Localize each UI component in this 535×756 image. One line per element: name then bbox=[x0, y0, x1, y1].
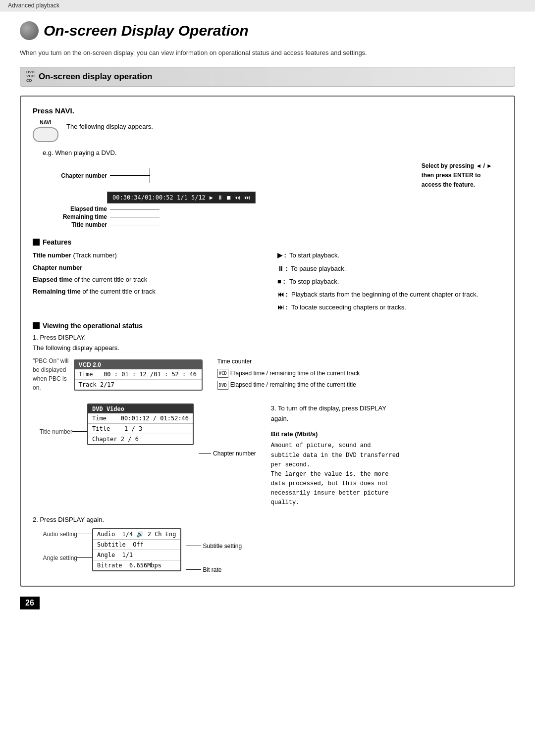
time-counter-label: Time counter bbox=[217, 356, 360, 367]
osd-play-btn: ▶ bbox=[210, 194, 213, 201]
elapsed-time-label: Elapsed time bbox=[57, 205, 107, 212]
viewing-header: Viewing the operational status bbox=[33, 322, 502, 330]
step1-label: 1. Press DISPLAY. bbox=[33, 334, 502, 341]
feature-right-pause: ⏸ :To pause playback. bbox=[277, 263, 502, 274]
navi-label: NAVI bbox=[40, 120, 51, 125]
title-icon bbox=[20, 21, 39, 40]
top-bar-label: Advanced playback bbox=[8, 2, 59, 9]
dvd-title-row: Title 1 / 3 bbox=[88, 424, 193, 434]
remaining-label-row: Remaining time bbox=[57, 213, 492, 220]
vcd-box-wrap: VCD 2.0 Time 00 : 01 : 12 /01 : 52 : 46 … bbox=[74, 356, 203, 394]
viewing-title: Viewing the operational status bbox=[43, 322, 143, 330]
chapter-line bbox=[110, 175, 150, 176]
features-right: ▶ :To start playback. ⏸ :To pause playba… bbox=[277, 250, 502, 314]
section-header: DVD VCD CD On-screen display operation bbox=[20, 67, 515, 87]
feature-right-play: ▶ :To start playback. bbox=[277, 250, 502, 261]
pbc-note: "PBC On" willbe displayedwhen PBC ison. bbox=[33, 356, 69, 392]
osd-next-btn: ⏭ bbox=[244, 194, 250, 201]
settings-area: Audio setting Angle setting bbox=[33, 528, 502, 576]
press-navi-title: Press NAVI. bbox=[33, 106, 502, 115]
viewing-section: Viewing the operational status 1. Press … bbox=[33, 322, 502, 576]
features-header: Features bbox=[33, 238, 502, 246]
chapter-vert-line bbox=[150, 168, 150, 183]
vcd-display-area: "PBC On" willbe displayedwhen PBC ison. … bbox=[33, 356, 502, 394]
features-section: Features Title number (Track number) Cha… bbox=[33, 238, 502, 314]
angle-row: Angle 1/1 bbox=[93, 550, 180, 560]
bitrate-title: Bit rate (Mbit/s) bbox=[271, 429, 400, 440]
bitrate-desc: Amount of picture, sound and subtitle da… bbox=[271, 441, 400, 507]
settings-right-labels: Subtitle setting Bit rate bbox=[186, 528, 242, 576]
dvd-time-row: Time 00:01:12 / 01:52:46 bbox=[88, 413, 193, 424]
top-bar: Advanced playback bbox=[0, 0, 535, 11]
audio-row: Audio 1/4 🔊 2 Ch Eng bbox=[93, 529, 180, 540]
navi-row: NAVI The following display appears. bbox=[33, 120, 502, 142]
dvd-box-area: DVD Video Time 00:01:12 / 01:52:46 Title… bbox=[87, 403, 194, 445]
feature-right-next: ⏭ :To locate succeeding chapters or trac… bbox=[277, 302, 502, 313]
vcd-left-area: "PBC On" willbe displayedwhen PBC ison. … bbox=[33, 356, 203, 394]
dvd-header: DVD Video bbox=[88, 404, 193, 413]
feature-left-3: Elapsed time of the current title or tra… bbox=[33, 274, 258, 285]
viewing-icon bbox=[33, 322, 40, 329]
title-number-label-row: Title number bbox=[57, 221, 492, 228]
dvd-left-labels: Title number bbox=[33, 403, 87, 448]
dvd-chapter-row: Chapter 2 / 6 bbox=[88, 434, 193, 444]
chapter-number-label: Chapter number bbox=[43, 172, 107, 179]
vcd-header: VCD 2.0 bbox=[75, 360, 202, 369]
elapsed-remaining-labels: Elapsed time Remaining time Title number bbox=[57, 205, 492, 228]
bitrate-right-label: Bit rate bbox=[203, 566, 222, 573]
navi-button[interactable] bbox=[33, 127, 58, 142]
osd-stop-btn: ■ bbox=[227, 194, 230, 201]
step2-label: 2. Press DISPLAY again. bbox=[33, 516, 502, 523]
osd-prev-btn: ⏮ bbox=[234, 194, 240, 201]
page-title-wrap: On-screen Display Operation bbox=[20, 21, 515, 40]
main-box: Press NAVI. NAVI The following display a… bbox=[20, 96, 515, 587]
subtitle-setting-right-label: Subtitle setting bbox=[203, 543, 242, 550]
osd-pause-btn: ⏸ bbox=[217, 194, 223, 201]
chapter-number-label-area: Chapter number Select by pressing ◄ / ► … bbox=[43, 161, 492, 190]
audio-setting-label: Audio setting bbox=[33, 531, 77, 538]
osd-timecode: 00:30:34/01:00:52 1/1 5/12 bbox=[112, 194, 206, 201]
features-title: Features bbox=[43, 238, 71, 246]
main-content: On-screen Display Operation When you tur… bbox=[0, 11, 535, 624]
time-counter-area: Time counter VCD Elapsed time / remainin… bbox=[217, 356, 360, 391]
disc-icons: DVD VCD CD bbox=[26, 70, 35, 83]
chapter-number-side-label: Chapter number bbox=[213, 450, 256, 457]
step3-area: 3. To turn off the display, press DISPLA… bbox=[271, 403, 400, 508]
page-number: 26 bbox=[20, 597, 40, 609]
vcd-elapsed-row: VCD Elapsed time / remaining time of the… bbox=[217, 368, 360, 379]
page-number-bar: 26 bbox=[20, 597, 515, 609]
subtitle-row: Subtitle Off bbox=[93, 540, 180, 550]
osd-bar-row: 00:30:34/01:00:52 1/1 5/12 ▶ ⏸ ■ ⏮ ⏭ bbox=[107, 192, 492, 204]
display-again-section: 2. Press DISPLAY again. Audio setting An… bbox=[33, 516, 502, 576]
features-left: Title number (Track number) Chapter numb… bbox=[33, 250, 258, 314]
page-title: On-screen Display Operation bbox=[44, 22, 248, 39]
select-press-note: Select by pressing ◄ / ► then press ENTE… bbox=[422, 161, 492, 190]
feature-right-prev: ⏮ :Playback starts from the beginning of… bbox=[277, 289, 502, 300]
features-icon bbox=[33, 239, 40, 246]
features-grid: Title number (Track number) Chapter numb… bbox=[33, 250, 502, 314]
step1-sub-label: The following display appears. bbox=[33, 344, 502, 352]
dvd-display-box: DVD Video Time 00:01:12 / 01:52:46 Title… bbox=[87, 403, 194, 445]
title-number-side-label: Title number bbox=[33, 428, 72, 435]
settings-labels-col: Audio setting Angle setting bbox=[33, 528, 92, 576]
settings-box: Audio 1/4 🔊 2 Ch Eng Subtitle Off Angle … bbox=[92, 528, 181, 571]
diagram-area: Chapter number Select by pressing ◄ / ► … bbox=[43, 161, 492, 229]
dvd-right-labels: Chapter number bbox=[199, 403, 256, 459]
step3-label: 3. To turn off the display, press DISPLA… bbox=[271, 403, 400, 424]
dvd-display-wrap: Title number DVD Video Time 00:01:12 / 0… bbox=[33, 403, 502, 508]
section-header-title: On-screen display operation bbox=[39, 72, 153, 82]
feature-left-1: Title number (Track number) bbox=[33, 250, 258, 261]
osd-bar: 00:30:34/01:00:52 1/1 5/12 ▶ ⏸ ■ ⏮ ⏭ bbox=[107, 192, 256, 203]
elapsed-label-row: Elapsed time bbox=[57, 205, 492, 212]
vcd-track-row: Track 2/17 bbox=[75, 380, 202, 390]
feature-left-2: Chapter number bbox=[33, 262, 258, 273]
angle-setting-label: Angle setting bbox=[33, 554, 77, 561]
bitrate-row: Bitrate 6.656Mbps bbox=[93, 560, 180, 570]
title-number-label: Title number bbox=[57, 221, 107, 228]
page-description: When you turn on the on-screen display, … bbox=[20, 48, 515, 58]
feature-left-4: Remaining time of the current title or t… bbox=[33, 286, 258, 297]
dvd-elapsed-row: DVD Elapsed time / remaining time of the… bbox=[217, 380, 360, 391]
navi-description: The following display appears. bbox=[66, 120, 153, 130]
vcd-display-box: VCD 2.0 Time 00 : 01 : 12 /01 : 52 : 46 … bbox=[74, 359, 203, 391]
feature-right-stop: ■ :To stop playback. bbox=[277, 276, 502, 287]
